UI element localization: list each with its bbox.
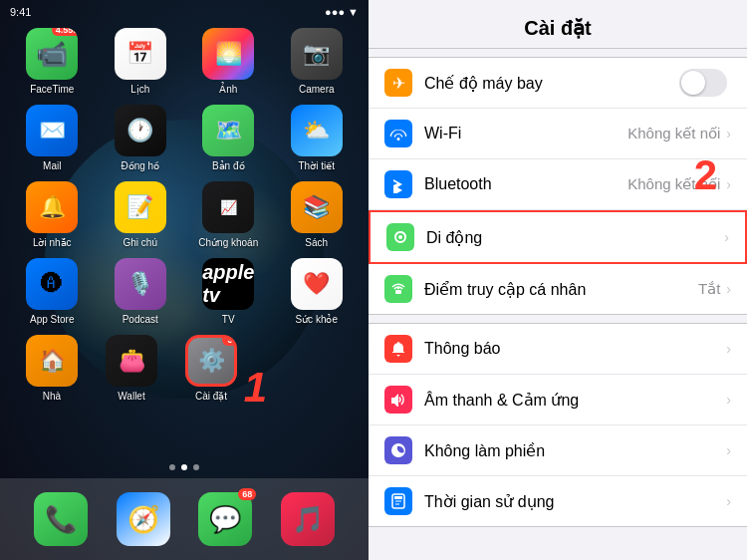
status-icons: ●●● ▼ [325,6,359,18]
dock-music[interactable]: 🎵 [281,492,335,546]
app-row-4: 🅐 App Store 🎙️ Podcast apple tv TV ❤️ [8,258,361,325]
notification-icon [384,335,412,363]
donghо-label: Đồng hồ [121,160,159,171]
dock-phone[interactable]: 📞 [34,492,88,546]
app-podcast[interactable]: 🎙️ Podcast [105,258,176,325]
mail-icon: ✉️ [26,105,78,156]
settings-panel: Cài đặt ✈ Chế độ máy bay Wi-Fi [369,0,747,560]
settings-item-donotdisturb[interactable]: Không làm phiền › [369,425,747,476]
dot-1 [169,464,175,470]
settings-item-sound[interactable]: Âm thanh & Cảm ứng › [369,375,747,425]
app-nha[interactable]: 🏠 Nhà [16,335,88,402]
dot-2 [181,464,187,470]
airplane-label: Chế độ máy bay [424,74,679,93]
hotspot-chevron: › [726,281,731,297]
app-camera[interactable]: 📷 Camera [281,28,353,95]
settings-header: Cài đặt [369,0,747,49]
page-dots [0,464,369,470]
app-facetime[interactable]: 📹 4.555 FaceTime [16,28,88,95]
appstore-icon: 🅐 [26,258,78,310]
airplane-toggle-knob [681,71,705,95]
settings-item-hotspot[interactable]: Điểm truy cập cá nhân Tắt › [369,264,747,314]
facetime-icon: 📹 4.555 [26,28,78,80]
dock-messages[interactable]: 💬 68 [198,492,252,546]
cellular-icon [386,223,414,251]
notification-chevron: › [726,341,731,357]
donotdisturb-chevron: › [726,442,731,458]
app-anh[interactable]: 🌅 Ảnh [192,28,264,95]
ghichu-label: Ghi chú [124,237,157,248]
settings-item-cellular[interactable]: Di động › [369,210,747,264]
donotdisturb-icon [384,436,412,464]
app-loinhac[interactable]: 🔔 Lời nhắc [16,181,88,248]
sach-icon: 📚 [291,181,343,233]
wifi-label: Wi-Fi [424,125,627,142]
thoitiet-label: Thời tiết [299,160,335,171]
app-suckhoe[interactable]: ❤️ Sức khỏe [281,258,353,325]
wallet-icon: 👛 [106,335,157,387]
app-caidat[interactable]: ⚙️ 3 Cài đặt 1 [175,335,247,402]
sound-icon [384,386,412,414]
app-thoitiet[interactable]: ⛅ Thời tiết [281,105,353,171]
wallet-label: Wallet [118,391,144,402]
hotspot-icon [384,275,412,303]
donotdisturb-label: Không làm phiền [424,441,726,460]
camera-label: Camera [299,84,335,95]
status-bar: 9:41 ●●● ▼ [0,0,369,24]
sound-chevron: › [726,392,731,408]
tv-icon: apple tv [202,258,254,310]
settings-list: ✈ Chế độ máy bay Wi-Fi Không kết nối › [369,49,747,560]
facetime-badge: 4.555 [52,28,79,36]
settings-item-bluetooth[interactable]: Bluetooth Không kết nối 2 › [369,159,747,210]
app-row-3: 🔔 Lời nhắc 📝 Ghi chú 📈 Chứng khoán 📚 [8,181,361,248]
caidat-icon: ⚙️ 3 [185,335,237,387]
bluetooth-icon [384,170,412,198]
caidat-label: Cài đặt [195,391,227,402]
settings-item-notification[interactable]: Thông báo › [369,324,747,375]
svg-rect-2 [395,290,401,294]
suckhoe-icon: ❤️ [291,258,343,310]
app-donghо[interactable]: 🕐 Đồng hồ [105,105,176,171]
airplane-toggle[interactable] [679,69,727,97]
status-time: 9:41 [10,6,31,18]
wifi-icon [384,120,412,147]
svg-point-3 [397,287,399,289]
settings-item-wifi[interactable]: Wi-Fi Không kết nối › [369,109,747,159]
lich-icon: 📅 [115,28,166,80]
app-bandо[interactable]: 🗺️ Bản đồ [192,105,264,171]
app-chungkhoan[interactable]: 📈 Chứng khoán [192,181,264,248]
notification-label: Thông báo [424,340,726,358]
chungkhoan-label: Chứng khoán [198,237,258,248]
step-2-label: 2 [694,151,717,199]
donghо-icon: 🕐 [115,105,166,156]
app-mail[interactable]: ✉️ Mail [16,105,88,171]
ghichu-icon: 📝 [115,181,166,233]
loinhac-icon: 🔔 [26,181,78,233]
facetime-label: FaceTime [30,84,74,95]
app-row-2: ✉️ Mail 🕐 Đồng hồ 🗺️ Bản đồ ⛅ T [8,105,361,171]
tv-label: TV [222,314,235,325]
settings-item-airplane[interactable]: ✈ Chế độ máy bay [369,58,747,109]
app-ghichu[interactable]: 📝 Ghi chú [105,181,176,248]
app-lich[interactable]: 📅 Lịch [105,28,176,95]
settings-title: Cài đặt [524,17,592,39]
cellular-chevron: › [724,229,729,245]
settings-section-2: Thông báo › Âm thanh & Cảm ứng › [369,323,747,527]
nha-label: Nhà [43,391,61,402]
airplane-icon: ✈ [384,69,412,97]
screentime-icon [384,487,412,515]
app-sach[interactable]: 📚 Sách [281,181,353,248]
app-tv[interactable]: apple tv TV [192,258,264,325]
dock: 📞 🧭 💬 68 🎵 [0,478,369,560]
settings-item-screentime[interactable]: Thời gian sử dụng › [369,476,747,526]
app-row-5: 🏠 Nhà 👛 Wallet ⚙️ 3 Cài đặt 1 [8,335,361,402]
bandо-label: Bản đồ [212,160,245,171]
screentime-label: Thời gian sử dụng [424,492,726,511]
sound-label: Âm thanh & Cảm ứng [424,391,726,410]
wifi-chevron: › [726,126,731,141]
loinhac-label: Lời nhắc [33,237,72,248]
svg-point-1 [398,235,402,239]
app-appstore[interactable]: 🅐 App Store [16,258,88,325]
dock-safari[interactable]: 🧭 [117,492,170,546]
app-wallet[interactable]: 👛 Wallet [96,335,167,402]
